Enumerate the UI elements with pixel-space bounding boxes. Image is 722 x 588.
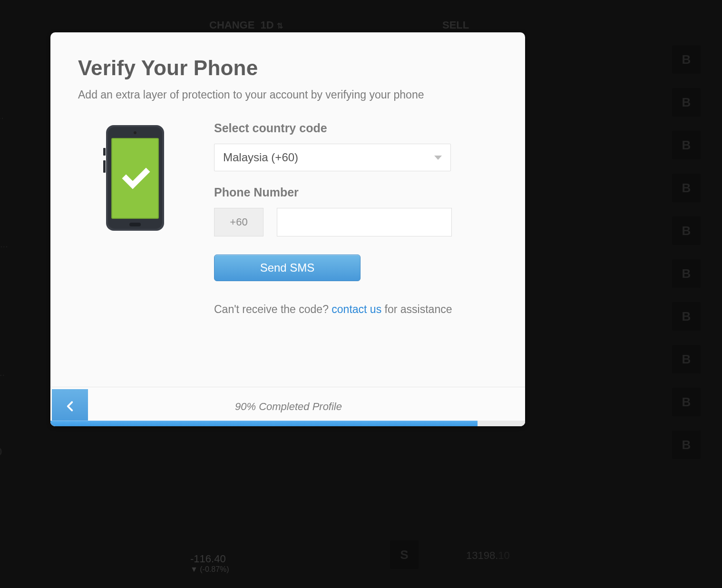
contact-us-link[interactable]: contact us [332, 303, 381, 315]
progress-bar [50, 421, 525, 426]
buy-badge: B [672, 345, 701, 373]
buy-badge: B [672, 45, 701, 74]
help-suffix: for assistance [381, 303, 452, 315]
buy-badge: B [672, 88, 701, 117]
modal-body: Verify Your Phone Add an extra layer of … [50, 32, 525, 387]
phone-check-icon [103, 124, 167, 233]
bg-price-main: 13198. [466, 549, 498, 561]
country-code-label: Select country code [214, 121, 498, 135]
phone-illustration [78, 121, 192, 316]
bg-price-dec: 10 [498, 549, 509, 561]
back-button[interactable] [52, 389, 88, 423]
modal-title: Verify Your Phone [78, 56, 498, 80]
chevron-left-icon [64, 400, 76, 412]
progress-label: 90% Completed Profile [88, 401, 525, 413]
svg-rect-5 [103, 148, 106, 156]
verify-form: Select country code Malaysia (+60) Phone… [214, 121, 498, 316]
buy-badge: B [672, 131, 701, 159]
col-change-label: CHANGE [209, 19, 254, 31]
modal-content: Select country code Malaysia (+60) Phone… [78, 121, 498, 316]
col-change-period: 1D [261, 19, 274, 31]
phone-row: +60 [214, 208, 498, 236]
col-change: CHANGE 1D ⇅ [209, 19, 283, 31]
country-code-select[interactable]: Malaysia (+60) [214, 144, 451, 171]
svg-rect-6 [103, 160, 106, 173]
chevron-down-icon [434, 156, 442, 160]
modal-footer: 90% Completed Profile [50, 387, 525, 426]
sort-icon: ⇅ [277, 22, 283, 30]
phone-prefix: +60 [214, 208, 263, 236]
buy-badge: B [672, 216, 701, 245]
bg-buy-col: BBBBBBBBBB [672, 45, 722, 473]
bg-change-pct: ▼ (-0.87%) [190, 565, 229, 574]
svg-rect-2 [112, 138, 158, 218]
phone-number-label: Phone Number [214, 186, 498, 199]
col-sell: SELL [442, 19, 469, 31]
phone-number-input[interactable] [277, 208, 452, 236]
help-line: Can't receive the code? contact us for a… [214, 303, 498, 316]
buy-badge: B [672, 302, 701, 331]
buy-badge: B [672, 174, 701, 202]
bg-row: SDQ100 [0, 431, 76, 473]
progress-fill [50, 421, 478, 426]
bg-last-change: -116.40 ▼ (-0.87%) [190, 553, 229, 574]
bg-change-value: -116.40 [190, 553, 229, 565]
svg-rect-4 [129, 223, 141, 226]
send-sms-button[interactable]: Send SMS [214, 255, 361, 281]
svg-point-3 [134, 131, 137, 134]
bg-price: 13198.10 [466, 549, 510, 562]
modal-subtitle: Add an extra layer of protection to your… [78, 88, 498, 101]
help-prefix: Can't receive the code? [214, 303, 332, 315]
buy-badge: B [672, 431, 701, 459]
country-code-value: Malaysia (+60) [223, 151, 298, 164]
buy-badge: B [672, 388, 701, 416]
buy-badge: B [672, 259, 701, 288]
sell-badge: S [390, 540, 419, 569]
verify-phone-modal: Verify Your Phone Add an extra layer of … [50, 32, 525, 426]
